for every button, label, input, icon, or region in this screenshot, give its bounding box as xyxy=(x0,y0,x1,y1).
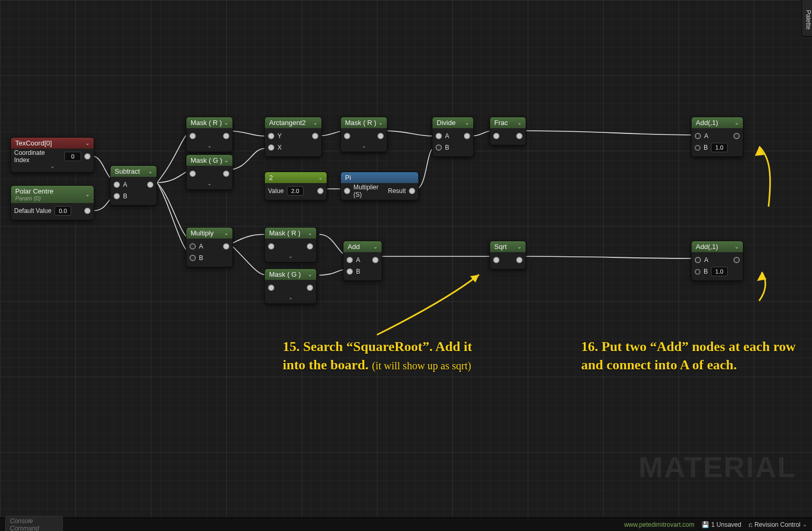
node-mask-r-3[interactable]: Mask ( R ) ⌄ ⌄ xyxy=(264,227,317,263)
node-header[interactable]: Multiply ⌄ xyxy=(186,228,232,239)
input-pin-a[interactable] xyxy=(347,257,353,263)
input-pin[interactable] xyxy=(493,257,499,263)
chevron-down-icon[interactable]: ⌄ xyxy=(735,244,739,250)
node-header[interactable]: Mask ( G ) ⌄ xyxy=(265,269,316,280)
node-header[interactable]: Mask ( R ) ⌄ xyxy=(265,228,316,239)
chevron-down-icon[interactable]: ⌄ xyxy=(313,120,317,126)
output-pin[interactable] xyxy=(516,257,522,263)
node-header[interactable]: Divide ⌄ xyxy=(432,117,473,128)
output-pin[interactable] xyxy=(733,257,740,263)
value-input[interactable] xyxy=(287,186,304,196)
output-pin[interactable] xyxy=(223,133,229,139)
node-header[interactable]: Pi xyxy=(341,172,418,183)
input-pin-a[interactable] xyxy=(190,243,196,250)
chevron-down-icon[interactable]: ⌄ xyxy=(85,140,90,146)
chevron-down-icon[interactable]: ⌄ xyxy=(224,120,228,126)
default-value-input[interactable] xyxy=(54,206,71,216)
input-pin-b[interactable] xyxy=(347,268,353,275)
node-header[interactable]: Polar Centre Param (0) ⌄ xyxy=(11,186,94,203)
chevron-down-icon[interactable]: ⌄ xyxy=(465,120,469,126)
output-pin[interactable] xyxy=(377,133,384,139)
node-header[interactable]: Mask ( R ) ⌄ xyxy=(186,117,232,128)
node-mask-r-1[interactable]: Mask ( R ) ⌄ ⌄ xyxy=(186,117,233,152)
node-header[interactable]: Mask ( G ) ⌄ xyxy=(186,155,232,166)
node-header[interactable]: 2 ⌄ xyxy=(265,172,327,183)
output-pin[interactable] xyxy=(409,188,415,194)
input-pin-x[interactable] xyxy=(268,144,274,151)
node-texcoord[interactable]: TexCoord[0] ⌄ Coordinate Index ⌄ xyxy=(10,137,94,173)
node-pi[interactable]: Pi Multiplier (S) Result xyxy=(340,172,419,200)
node-header[interactable]: Add(,1) ⌄ xyxy=(692,241,743,252)
output-pin[interactable] xyxy=(307,243,313,250)
input-pin[interactable] xyxy=(493,133,499,139)
input-pin-b[interactable] xyxy=(436,144,442,151)
value-b-input[interactable] xyxy=(711,143,728,152)
chevron-down-icon[interactable]: ⌄ xyxy=(308,272,312,277)
input-pin[interactable] xyxy=(268,243,274,250)
output-pin[interactable] xyxy=(307,285,313,291)
node-header[interactable]: Sqrt ⌄ xyxy=(490,241,526,252)
input-pin-b[interactable] xyxy=(695,145,700,151)
revision-control-menu[interactable]: ⎌ Revision Control ⌄ xyxy=(749,521,807,528)
input-pin-a[interactable] xyxy=(436,133,442,139)
node-mask-g-1[interactable]: Mask ( G ) ⌄ ⌄ xyxy=(186,154,233,190)
node-header[interactable]: Subtract ⌄ xyxy=(110,166,157,177)
expand-icon[interactable]: ⌄ xyxy=(268,293,313,300)
node-add-top[interactable]: Add(,1) ⌄ A B xyxy=(691,117,743,157)
chevron-down-icon[interactable]: ⌄ xyxy=(379,120,383,126)
node-add-bot[interactable]: Add(,1) ⌄ A B xyxy=(691,241,743,281)
chevron-down-icon[interactable]: ⌄ xyxy=(517,120,521,126)
console-command-input[interactable]: Console Command xyxy=(5,516,63,532)
node-subtract[interactable]: Subtract ⌄ A B xyxy=(110,165,157,206)
output-pin[interactable] xyxy=(223,243,229,250)
coordinate-index-input[interactable] xyxy=(64,152,81,161)
expand-icon[interactable]: ⌄ xyxy=(268,252,313,259)
input-pin[interactable] xyxy=(190,133,196,139)
palette-tab[interactable]: Palette xyxy=(802,0,812,37)
expand-icon[interactable]: ⌄ xyxy=(344,142,384,149)
node-header[interactable]: Frac ⌄ xyxy=(490,117,526,128)
node-multiply[interactable]: Multiply ⌄ A B xyxy=(186,227,233,267)
node-mask-g-3[interactable]: Mask ( G ) ⌄ ⌄ xyxy=(264,268,317,304)
input-pin[interactable] xyxy=(190,171,196,177)
chevron-down-icon[interactable]: ⌄ xyxy=(308,230,312,236)
output-pin[interactable] xyxy=(312,133,318,139)
chevron-down-icon[interactable]: ⌄ xyxy=(517,244,521,250)
input-pin-b[interactable] xyxy=(695,269,700,275)
output-pin[interactable] xyxy=(733,133,740,139)
output-pin[interactable] xyxy=(372,257,379,263)
output-pin[interactable] xyxy=(223,171,229,177)
node-polar-centre[interactable]: Polar Centre Param (0) ⌄ Default Value xyxy=(10,185,94,220)
chevron-down-icon[interactable]: ⌄ xyxy=(85,191,90,197)
chevron-down-icon[interactable]: ⌄ xyxy=(224,157,228,163)
node-header[interactable]: Add ⌄ xyxy=(343,241,382,252)
value-b-input[interactable] xyxy=(711,267,728,276)
input-pin[interactable] xyxy=(344,188,350,194)
node-header[interactable]: Add(,1) ⌄ xyxy=(692,117,743,128)
chevron-down-icon[interactable]: ⌄ xyxy=(318,175,322,180)
expand-icon[interactable]: ⌄ xyxy=(190,142,229,149)
node-header[interactable]: Mask ( R ) ⌄ xyxy=(341,117,387,128)
chevron-down-icon[interactable]: ⌄ xyxy=(224,230,228,236)
input-pin[interactable] xyxy=(344,133,350,139)
website-link[interactable]: www.petedimitrovart.com xyxy=(624,521,694,528)
chevron-down-icon[interactable]: ⌄ xyxy=(735,120,739,126)
node-frac[interactable]: Frac ⌄ xyxy=(490,117,526,145)
input-pin[interactable] xyxy=(268,285,274,291)
output-pin[interactable] xyxy=(464,133,470,139)
node-header[interactable]: TexCoord[0] ⌄ xyxy=(11,138,94,149)
output-pin[interactable] xyxy=(516,133,522,139)
output-pin[interactable] xyxy=(147,182,153,188)
output-pin[interactable] xyxy=(84,208,91,214)
node-header[interactable]: Arctangent2 ⌄ xyxy=(265,117,321,128)
input-pin-a[interactable] xyxy=(695,133,701,139)
chevron-down-icon[interactable]: ⌄ xyxy=(148,168,152,174)
node-mask-r-2[interactable]: Mask ( R ) ⌄ ⌄ xyxy=(340,117,387,152)
unsaved-indicator[interactable]: 💾 1 Unsaved xyxy=(702,521,741,528)
input-pin-b[interactable] xyxy=(114,193,120,199)
input-pin-b[interactable] xyxy=(190,255,196,261)
expand-icon[interactable]: ⌄ xyxy=(190,179,229,186)
chevron-down-icon[interactable]: ⌄ xyxy=(373,244,377,250)
input-pin-a[interactable] xyxy=(114,182,120,188)
input-pin-a[interactable] xyxy=(695,257,701,263)
